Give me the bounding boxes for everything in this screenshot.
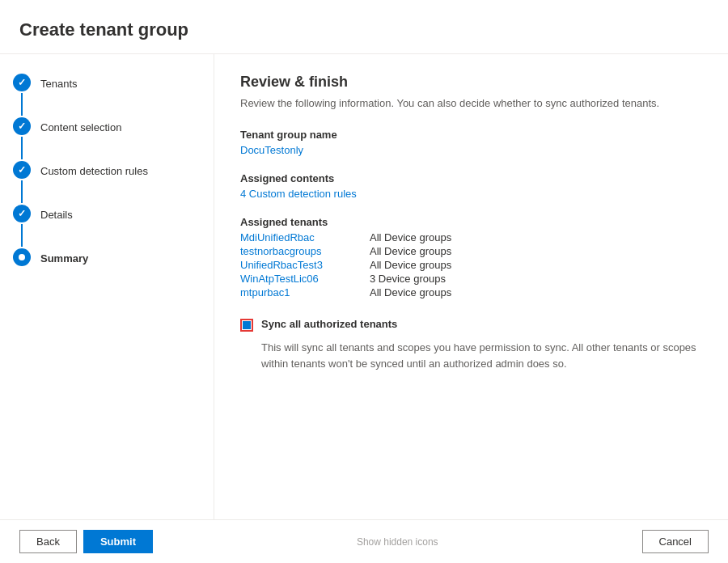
step-circle-tenants: ✓ bbox=[13, 74, 31, 91]
footer: Back Submit Show hidden icons Cancel bbox=[0, 519, 728, 563]
step-label-tenants: Tenants bbox=[40, 74, 78, 93]
tenant-row: testnorbacgroupsAll Device groups bbox=[240, 245, 702, 257]
tenant-row: mtpurbac1All Device groups bbox=[240, 286, 702, 298]
tenant-group-name-value[interactable]: DocuTestonly bbox=[240, 144, 303, 156]
tenant-link[interactable]: WinAtpTestLic06 bbox=[240, 273, 370, 285]
step-label-details: Details bbox=[40, 205, 73, 224]
sync-checkbox[interactable] bbox=[240, 319, 255, 333]
assigned-contents-value[interactable]: 4 Custom detection rules bbox=[240, 188, 357, 200]
section-description: Review the following information. You ca… bbox=[240, 97, 702, 109]
step-label-summary: Summary bbox=[40, 248, 88, 268]
assigned-tenants-label: Assigned tenants bbox=[240, 216, 702, 228]
step-circle-details: ✓ bbox=[13, 205, 31, 222]
tenant-scope: All Device groups bbox=[370, 231, 451, 243]
sync-label: Sync all authorized tenants bbox=[261, 318, 397, 330]
sidebar-item-summary[interactable]: Summary bbox=[13, 248, 201, 268]
tenant-row: WinAtpTestLic063 Device groups bbox=[240, 273, 702, 285]
sidebar-item-details[interactable]: ✓ Details bbox=[13, 205, 201, 248]
section-title: Review & finish bbox=[240, 74, 702, 91]
sync-description: This will sync all tenants and scopes yo… bbox=[261, 340, 702, 371]
tenant-scope: All Device groups bbox=[370, 259, 451, 271]
sidebar: ✓ Tenants ✓ Content selection bbox=[0, 54, 214, 519]
page-title: Create tenant group bbox=[19, 19, 709, 40]
tenant-link[interactable]: MdiUnifiedRbac bbox=[240, 231, 370, 243]
sidebar-item-content-selection[interactable]: ✓ Content selection bbox=[13, 117, 201, 161]
content-area: Review & finish Review the following inf… bbox=[214, 54, 728, 519]
step-circle-content-selection: ✓ bbox=[13, 117, 31, 135]
assigned-contents-block: Assigned contents 4 Custom detection rul… bbox=[240, 172, 702, 200]
tenant-group-name-block: Tenant group name DocuTestonly bbox=[240, 129, 702, 156]
tenant-list: MdiUnifiedRbacAll Device groupstestnorba… bbox=[240, 231, 702, 298]
step-circle-custom-detection-rules: ✓ bbox=[13, 161, 31, 179]
tenant-row: UnifiedRbacTest3All Device groups bbox=[240, 259, 702, 271]
assigned-contents-label: Assigned contents bbox=[240, 172, 702, 184]
sync-checkbox-section: Sync all authorized tenants This will sy… bbox=[240, 318, 702, 371]
submit-button[interactable]: Submit bbox=[83, 530, 153, 553]
step-label-custom-detection-rules: Custom detection rules bbox=[40, 161, 148, 180]
tenant-scope: 3 Device groups bbox=[370, 273, 446, 285]
tenant-scope: All Device groups bbox=[370, 245, 451, 257]
back-button[interactable]: Back bbox=[19, 530, 77, 553]
tenant-row: MdiUnifiedRbacAll Device groups bbox=[240, 231, 702, 243]
step-label-content-selection: Content selection bbox=[40, 117, 121, 137]
cancel-button[interactable]: Cancel bbox=[642, 530, 709, 553]
tenant-link[interactable]: mtpurbac1 bbox=[240, 286, 370, 298]
step-circle-summary bbox=[13, 248, 31, 266]
sidebar-item-tenants[interactable]: ✓ Tenants bbox=[13, 74, 201, 117]
show-hidden-icons-label: Show hidden icons bbox=[357, 536, 438, 548]
tenant-group-name-label: Tenant group name bbox=[240, 129, 702, 141]
tenant-scope: All Device groups bbox=[370, 286, 451, 298]
tenant-link[interactable]: testnorbacgroups bbox=[240, 245, 370, 257]
sidebar-item-custom-detection-rules[interactable]: ✓ Custom detection rules bbox=[13, 161, 201, 205]
tenant-link[interactable]: UnifiedRbacTest3 bbox=[240, 259, 370, 271]
assigned-tenants-block: Assigned tenants MdiUnifiedRbacAll Devic… bbox=[240, 216, 702, 298]
